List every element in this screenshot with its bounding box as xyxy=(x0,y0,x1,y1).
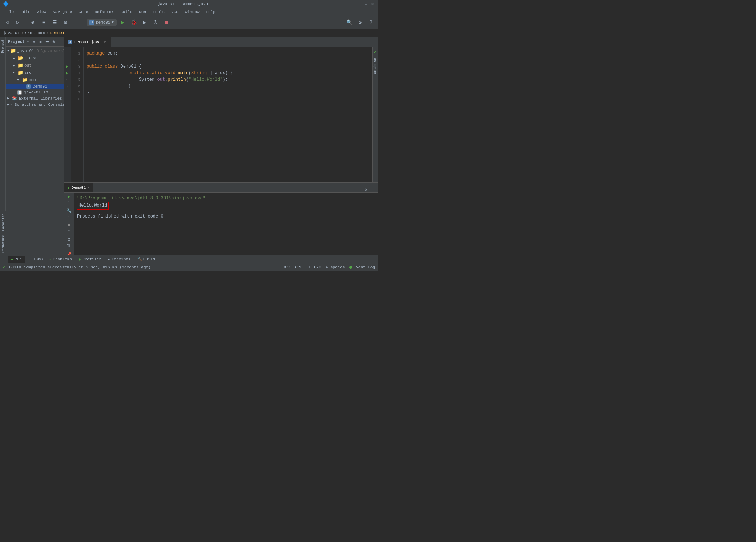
menu-refactor[interactable]: Refactor xyxy=(92,9,117,15)
footer-tab-build[interactable]: 🔨 Build xyxy=(134,256,158,263)
status-indent[interactable]: 4 spaces xyxy=(326,265,345,270)
footer-tab-profiler[interactable]: ◉ Profiler xyxy=(76,256,104,263)
console-run-button[interactable]: ▶ xyxy=(65,194,73,199)
menu-code[interactable]: Code xyxy=(76,9,91,15)
menu-run[interactable]: Run xyxy=(136,9,149,15)
console-stop-button[interactable]: ◼ xyxy=(65,223,73,227)
profile-button[interactable]: ⏱ xyxy=(151,18,160,27)
pkg-com: com xyxy=(108,50,116,57)
maximize-button[interactable]: □ xyxy=(363,1,369,7)
project-sort-button[interactable]: ☰ xyxy=(44,39,50,45)
project-dropdown-icon[interactable]: ▼ xyxy=(27,40,29,44)
bottom-tab-run[interactable]: ▶ Demo01 ✕ xyxy=(64,183,93,192)
content-area: Project Project ▼ ⊕ ≡ ☰ ⚙ — ▼ 📁 xyxy=(0,37,378,255)
favorites-panel-strip[interactable]: Favorites xyxy=(0,211,6,233)
console-down-button[interactable]: ↓ xyxy=(65,215,73,218)
tree-item-iml[interactable]: 📄 java-01.iml xyxy=(6,89,64,95)
console-rerun-button[interactable]: ↑ xyxy=(65,200,73,204)
code-line-8[interactable] xyxy=(87,96,372,103)
menu-view[interactable]: View xyxy=(34,9,49,15)
breadcrumb-part-2[interactable]: src xyxy=(25,31,32,35)
footer-tab-todo[interactable]: ☰ TODO xyxy=(25,256,45,263)
gutter-line-4[interactable]: ▶ xyxy=(64,70,71,76)
stop-button[interactable]: ◼ xyxy=(162,18,171,27)
project-collapse-button[interactable]: ≡ xyxy=(38,39,44,45)
tree-item-com[interactable]: ▼ 📁 com xyxy=(6,76,64,84)
status-build-text: Build completed successfully in 2 sec, 8… xyxy=(9,265,150,270)
editor-tab-demo01[interactable]: J Demo01.java ✕ xyxy=(64,37,111,47)
tree-item-src[interactable]: ▼ 📁 src xyxy=(6,69,64,76)
project-settings-button[interactable]: ⚙ xyxy=(51,39,57,45)
console-wrench-button[interactable]: 🔧 xyxy=(65,208,73,213)
console-pin-button[interactable]: 📌 xyxy=(65,252,73,255)
settings-button[interactable]: ⚙ xyxy=(355,18,365,27)
menu-vcs[interactable]: VCS xyxy=(168,9,181,15)
tab-close-button[interactable]: ✕ xyxy=(103,40,107,44)
console-trash-button[interactable]: 🗑 xyxy=(65,243,73,248)
tree-item-demo01[interactable]: J Demo01 xyxy=(6,84,64,89)
breadcrumb-part-4[interactable]: Demo01 xyxy=(50,31,65,35)
event-log-button[interactable]: Event Log xyxy=(349,265,375,270)
tree-item-ext-libs[interactable]: ▶ 📚 External Libraries xyxy=(6,95,64,101)
console-list-button[interactable]: ≡ xyxy=(65,229,73,232)
project-locate-button[interactable]: ⊕ xyxy=(31,39,37,45)
debug-button[interactable]: 🐞 xyxy=(129,18,138,27)
line-num-6: 6 xyxy=(71,83,83,89)
run-main-gutter-icon[interactable]: ▶ xyxy=(66,71,68,75)
project-hide-button[interactable]: — xyxy=(57,39,63,45)
menu-help[interactable]: Help xyxy=(203,9,218,15)
iml-icon: 📄 xyxy=(17,90,22,95)
status-charset[interactable]: UTF-8 xyxy=(309,265,321,270)
tree-item-out[interactable]: ▶ 📁 out xyxy=(6,62,64,69)
toolbar-settings-button[interactable]: ⚙ xyxy=(61,18,70,27)
coverage-button[interactable]: ▶ xyxy=(140,18,149,27)
console-hello-line: Hello,World xyxy=(77,202,375,210)
fold-icon-5[interactable]: ○ xyxy=(65,78,67,81)
close-button[interactable]: ✕ xyxy=(370,1,375,7)
status-position[interactable]: 8:1 xyxy=(284,265,291,270)
gutter-line-3[interactable]: ▶ xyxy=(64,63,71,70)
console-hide-button[interactable]: — xyxy=(370,187,376,192)
search-everywhere-button[interactable]: 🔍 xyxy=(345,18,354,27)
help-button[interactable]: ? xyxy=(366,18,376,27)
footer-tab-run[interactable]: ▶ Run xyxy=(8,256,25,263)
favorites-label: Favorites xyxy=(1,214,5,231)
console-print-button[interactable]: 🖨 xyxy=(65,237,73,242)
tree-item-root[interactable]: ▼ 📁 java-01 D:\java-work\java-01 xyxy=(6,47,64,55)
menu-file[interactable]: File xyxy=(1,9,17,15)
scratches-icon: ✏️ xyxy=(10,102,13,107)
toolbar-sync-button[interactable]: ⊕ xyxy=(28,18,37,27)
toolbar-back-button[interactable]: ◁ xyxy=(2,18,12,27)
run-config-selector[interactable]: J Demo01 ▼ xyxy=(87,19,117,26)
fold-icon-6[interactable]: ○ xyxy=(66,84,68,88)
structure-panel-strip[interactable]: Structure xyxy=(0,233,6,255)
menu-edit[interactable]: Edit xyxy=(17,9,33,15)
menu-tools[interactable]: Tools xyxy=(150,9,168,15)
footer-tab-terminal[interactable]: ▸ Terminal xyxy=(105,256,134,263)
project-strip-label[interactable]: Project xyxy=(0,37,5,55)
toolbar-collapse-button[interactable]: ≡ xyxy=(39,18,48,27)
editor-tab-label: Demo01.java xyxy=(74,40,101,44)
run-button[interactable]: ▶ xyxy=(118,18,128,27)
menu-bar: File Edit View Navigate Code Refactor Bu… xyxy=(0,8,378,16)
code-editor[interactable]: package com; public class Demo01 { publi… xyxy=(84,47,372,182)
run-tab-close[interactable]: ✕ xyxy=(87,186,89,190)
console-settings-button[interactable]: ⚙ xyxy=(363,187,369,192)
toolbar-forward-button[interactable]: ▷ xyxy=(13,18,23,27)
tree-item-scratches[interactable]: ▶ ✏️ Scratches and Consoles xyxy=(6,101,64,108)
status-crlf[interactable]: CRLF xyxy=(295,265,305,270)
breadcrumb-part-1[interactable]: java-01 xyxy=(3,31,20,35)
footer-tab-problems[interactable]: ⚠ Problems xyxy=(46,256,75,263)
footer-tabs: Structure Favorites ▶ Run ☰ TODO ⚠ Probl… xyxy=(0,255,378,263)
menu-navigate[interactable]: Navigate xyxy=(50,9,75,15)
toolbar-hide-button[interactable]: — xyxy=(72,18,81,27)
database-panel-label[interactable]: Database xyxy=(373,58,377,75)
toolbar-list-button[interactable]: ☰ xyxy=(50,18,59,27)
tree-item-idea[interactable]: ▶ 📂 .idea xyxy=(6,55,64,62)
breadcrumb-part-3[interactable]: com xyxy=(37,31,45,35)
minimize-button[interactable]: – xyxy=(357,1,362,7)
tree-item-demo01-label: Demo01 xyxy=(33,84,47,89)
menu-window[interactable]: Window xyxy=(182,9,202,15)
menu-build[interactable]: Build xyxy=(117,9,135,15)
run-class-gutter-icon[interactable]: ▶ xyxy=(66,64,68,69)
